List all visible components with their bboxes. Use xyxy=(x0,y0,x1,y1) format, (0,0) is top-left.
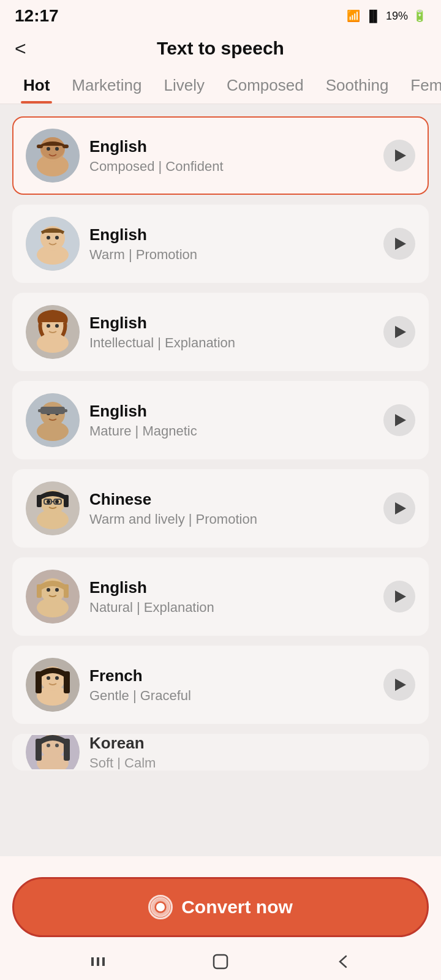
tab-marketing[interactable]: Marketing xyxy=(61,71,153,104)
svg-point-29 xyxy=(47,500,50,503)
voice-desc-2: Warm | Promotion xyxy=(89,247,374,263)
svg-rect-42 xyxy=(64,584,69,598)
voice-info-3: English Intellectual | Explanation xyxy=(89,314,374,351)
voice-info-7: French Gentle | Graceful xyxy=(89,666,374,704)
play-button-2[interactable] xyxy=(383,228,415,260)
avatar-2 xyxy=(26,217,80,271)
svg-point-17 xyxy=(55,324,59,328)
voice-desc-8: Soft | Calm xyxy=(89,755,415,771)
status-icons: 📶 ▐▌ 19% 🔋 xyxy=(347,9,426,23)
svg-rect-55 xyxy=(36,739,42,761)
voice-lang-4: English xyxy=(89,402,374,421)
svg-point-16 xyxy=(47,324,50,328)
voice-info-8: Korean Soft | Calm xyxy=(89,734,415,771)
convert-bar: Convert now xyxy=(0,871,441,943)
voice-info-5: Chinese Warm and lively | Promotion xyxy=(89,490,374,527)
svg-rect-62 xyxy=(102,957,105,966)
tab-soothing[interactable]: Soothing xyxy=(315,71,400,104)
svg-point-5 xyxy=(55,147,59,151)
bottom-nav xyxy=(0,943,441,980)
voice-desc-4: Mature | Magnetic xyxy=(89,423,374,439)
play-button-4[interactable] xyxy=(383,404,415,436)
svg-point-58 xyxy=(157,903,165,911)
play-button-1[interactable] xyxy=(383,140,415,172)
play-button-5[interactable] xyxy=(383,492,415,524)
avatar-1 xyxy=(26,129,80,183)
voice-lang-7: French xyxy=(89,666,374,685)
svg-rect-49 xyxy=(64,671,70,693)
tab-lively[interactable]: Lively xyxy=(153,71,215,104)
voice-card-1[interactable]: English Composed | Confident xyxy=(12,116,429,195)
play-button-7[interactable] xyxy=(383,669,415,701)
voice-info-2: English Warm | Promotion xyxy=(89,225,374,263)
status-bar: 12:17 📶 ▐▌ 19% 🔋 xyxy=(0,0,441,29)
page-title: Text to speech xyxy=(157,38,284,59)
voice-desc-5: Warm and lively | Promotion xyxy=(89,511,374,527)
svg-point-59 xyxy=(154,901,167,914)
voice-card-4[interactable]: English Mature | Magnetic xyxy=(12,381,429,459)
header: < Text to speech xyxy=(0,29,441,65)
tab-composed[interactable]: Composed xyxy=(216,71,315,104)
voice-desc-1: Composed | Confident xyxy=(89,159,374,175)
avatar-7 xyxy=(26,658,80,712)
tab-hot[interactable]: Hot xyxy=(12,71,61,104)
svg-point-54 xyxy=(55,744,59,747)
avatar-3 xyxy=(26,305,80,359)
voice-desc-3: Intellectual | Explanation xyxy=(89,335,374,351)
tab-female[interactable]: Female xyxy=(399,71,441,104)
play-button-3[interactable] xyxy=(383,316,415,348)
nav-recent-apps[interactable] xyxy=(89,952,107,971)
svg-point-47 xyxy=(55,676,59,680)
svg-rect-48 xyxy=(36,671,42,693)
play-button-6[interactable] xyxy=(383,581,415,612)
voice-info-6: English Natural | Explanation xyxy=(89,578,374,616)
avatar-5 xyxy=(26,481,80,535)
avatar-6 xyxy=(26,570,80,624)
wifi-icon: 📶 xyxy=(347,9,360,23)
voice-card-2[interactable]: English Warm | Promotion xyxy=(12,205,429,283)
svg-rect-56 xyxy=(64,739,70,761)
convert-button-label: Convert now xyxy=(181,897,293,918)
voice-lang-2: English xyxy=(89,225,374,244)
tabs-container: Hot Marketing Lively Composed Soothing F… xyxy=(0,65,441,104)
nav-home[interactable] xyxy=(211,952,230,971)
svg-point-12 xyxy=(55,236,59,239)
svg-rect-25 xyxy=(61,409,67,412)
signal-icon: ▐▌ xyxy=(365,10,381,23)
svg-rect-7 xyxy=(62,145,69,148)
voice-card-7[interactable]: French Gentle | Graceful xyxy=(12,646,429,724)
voice-card-5[interactable]: Chinese Warm and lively | Promotion xyxy=(12,469,429,548)
avatar-8 xyxy=(26,734,80,771)
back-button[interactable]: < xyxy=(15,37,26,60)
svg-rect-34 xyxy=(37,495,42,507)
svg-point-57 xyxy=(151,898,170,916)
voice-card-6[interactable]: English Natural | Explanation xyxy=(12,557,429,636)
voice-desc-7: Gentle | Graceful xyxy=(89,688,374,704)
svg-rect-61 xyxy=(97,957,99,966)
voice-lang-6: English xyxy=(89,578,374,597)
voice-lang-8: Korean xyxy=(89,734,415,753)
svg-rect-24 xyxy=(38,409,44,412)
convert-icon xyxy=(148,895,173,919)
svg-point-4 xyxy=(47,147,50,151)
svg-point-53 xyxy=(47,744,50,747)
voice-card-3[interactable]: English Intellectual | Explanation xyxy=(12,293,429,371)
nav-back[interactable] xyxy=(334,952,352,971)
battery-text: 19% xyxy=(386,10,408,23)
svg-point-40 xyxy=(55,588,59,592)
voice-info-1: English Composed | Confident xyxy=(89,137,374,175)
svg-point-11 xyxy=(47,236,50,239)
voice-card-8[interactable]: Korean Soft | Calm xyxy=(12,734,429,771)
svg-point-46 xyxy=(47,676,50,680)
avatar-4 xyxy=(26,393,80,447)
voice-lang-5: Chinese xyxy=(89,490,374,509)
status-time: 12:17 xyxy=(15,6,59,26)
convert-button[interactable]: Convert now xyxy=(12,877,429,937)
voice-info-4: English Mature | Magnetic xyxy=(89,402,374,439)
svg-rect-35 xyxy=(64,495,69,507)
svg-rect-63 xyxy=(214,955,227,968)
svg-point-30 xyxy=(55,500,59,503)
battery-icon: 🔋 xyxy=(413,9,426,23)
svg-rect-6 xyxy=(37,145,43,148)
svg-point-39 xyxy=(47,588,50,592)
